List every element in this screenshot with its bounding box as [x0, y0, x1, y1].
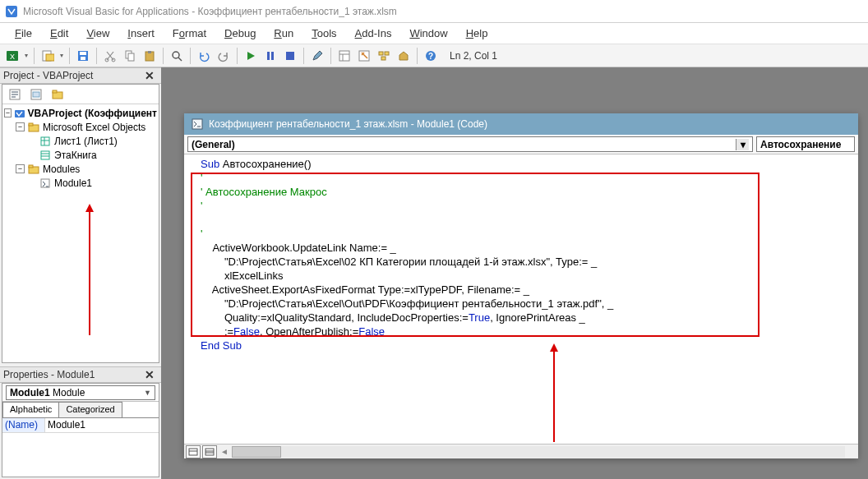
worksheet-icon [39, 135, 52, 148]
svg-rect-17 [271, 52, 274, 60]
view-excel-button[interactable]: X [3, 47, 21, 65]
menu-file[interactable]: File [7, 25, 40, 42]
redo-button[interactable] [215, 47, 233, 65]
property-row[interactable]: (Name) Module1 [2, 418, 159, 433]
save-button[interactable] [74, 47, 92, 65]
run-button[interactable] [242, 47, 260, 65]
procedure-dropdown[interactable]: Автосохранение [756, 136, 855, 152]
svg-rect-36 [15, 110, 25, 117]
folder-icon [27, 163, 40, 176]
object-dropdown-value: (General) [192, 139, 235, 150]
toggle-folders-button[interactable] [48, 86, 67, 103]
copy-button[interactable] [121, 47, 139, 65]
code-window-title: Коэффициент рентабельности_1 этаж.xlsm -… [209, 118, 487, 130]
tree-project-root[interactable]: − VBAProject (Коэффициент [4, 106, 157, 120]
tree-label: Module1 [54, 177, 92, 189]
project-tree[interactable]: − VBAProject (Коэффициент − Microsoft Ex… [2, 104, 159, 362]
dropdown-arrow-icon[interactable]: ▾ [58, 52, 65, 59]
horizontal-scrollbar[interactable] [232, 446, 845, 458]
project-explorer-button[interactable] [335, 47, 353, 65]
property-value[interactable]: Module1 [45, 418, 159, 432]
tree-label: Microsoft Excel Objects [43, 122, 145, 133]
svg-rect-49 [192, 119, 202, 129]
svg-rect-25 [381, 57, 386, 60]
annotation-arrow [546, 339, 562, 444]
properties-window: Module1 Module ▼ Alphabetic Categorized … [2, 383, 159, 477]
paste-button[interactable] [141, 47, 159, 65]
design-mode-button[interactable] [308, 47, 326, 65]
cursor-position: Ln 2, Col 1 [450, 50, 497, 62]
menu-debug[interactable]: Debug [216, 25, 264, 42]
properties-pane-close[interactable]: ✕ [141, 368, 158, 381]
svg-rect-24 [385, 52, 389, 55]
menu-insert[interactable]: Insert [119, 25, 163, 42]
full-module-view-button[interactable] [202, 445, 217, 458]
toolbox-button[interactable] [395, 47, 413, 65]
mdi-area: Коэффициент рентабельности_1 этаж.xlsm -… [161, 67, 868, 479]
properties-object-select[interactable]: Module1 Module ▼ [6, 385, 155, 400]
tree-label: ЭтаКнига [54, 150, 97, 161]
expand-icon[interactable]: − [4, 108, 12, 117]
dropdown-arrow-icon[interactable]: ▾ [23, 52, 30, 59]
help-button[interactable]: ? [422, 47, 440, 65]
code-editor[interactable]: Sub Автосохранение() ' ' Автосохранение … [184, 154, 858, 357]
menu-addins[interactable]: Add-Ins [347, 25, 400, 42]
menu-view[interactable]: View [78, 25, 118, 42]
menu-window[interactable]: Window [401, 25, 455, 42]
code-window-footer: ◄ [184, 444, 858, 458]
menu-run[interactable]: Run [265, 25, 302, 42]
menu-edit[interactable]: Edit [42, 25, 76, 42]
break-button[interactable] [261, 47, 279, 65]
workbook-icon [39, 149, 52, 162]
tree-thisworkbook[interactable]: ЭтаКнига [4, 148, 157, 162]
properties-button[interactable] [355, 47, 373, 65]
view-code-button[interactable] [6, 86, 24, 103]
properties-pane-header: Properties - Module1 ✕ [0, 366, 161, 383]
code-window-titlebar[interactable]: Коэффициент рентабельности_1 этаж.xlsm -… [184, 113, 858, 135]
svg-rect-33 [33, 92, 39, 97]
object-dropdown[interactable]: (General) ▾ [187, 136, 753, 152]
menu-tools[interactable]: Tools [303, 25, 344, 42]
project-icon [14, 107, 25, 120]
svg-line-15 [178, 58, 182, 61]
menu-bar: File Edit View Insert Format Debug Run T… [0, 23, 868, 44]
svg-rect-53 [205, 449, 214, 455]
svg-text:?: ? [428, 52, 433, 61]
svg-rect-7 [81, 57, 85, 60]
menu-format[interactable]: Format [164, 25, 215, 42]
cut-button[interactable] [101, 47, 119, 65]
find-button[interactable] [168, 47, 186, 65]
property-name: (Name) [2, 418, 45, 432]
object-browser-button[interactable] [375, 47, 393, 65]
svg-rect-38 [29, 123, 33, 126]
tree-sheet1[interactable]: Лист1 (Лист1) [4, 134, 157, 148]
properties-pane-title: Properties - Module1 [3, 369, 95, 380]
tab-categorized[interactable]: Categorized [58, 402, 122, 417]
tree-objects-folder[interactable]: − Microsoft Excel Objects [4, 120, 157, 134]
svg-rect-16 [267, 52, 270, 60]
procedure-view-button[interactable] [186, 445, 201, 458]
view-object-button[interactable] [27, 86, 45, 103]
code-window: Коэффициент рентабельности_1 этаж.xlsm -… [184, 113, 858, 458]
undo-button[interactable] [195, 47, 213, 65]
reset-button[interactable] [281, 47, 299, 65]
window-titlebar: Microsoft Visual Basic for Applications … [0, 0, 868, 23]
tree-module1[interactable]: Module1 [4, 176, 157, 190]
svg-rect-42 [41, 151, 49, 159]
project-pane-close[interactable]: ✕ [141, 69, 158, 82]
tree-modules-folder[interactable]: − Modules [4, 162, 157, 176]
tab-alphabetic[interactable]: Alphabetic [2, 402, 59, 417]
properties-grid[interactable]: (Name) Module1 [2, 418, 159, 477]
expand-icon[interactable]: − [16, 164, 25, 173]
project-explorer: − VBAProject (Коэффициент − Microsoft Ex… [2, 84, 159, 363]
menu-help[interactable]: Help [458, 25, 496, 42]
svg-point-14 [173, 52, 179, 58]
expand-icon[interactable]: − [16, 122, 25, 131]
tree-label: VBAProject (Коэффициент [28, 108, 157, 119]
insert-module-button[interactable] [39, 47, 57, 65]
window-title: Microsoft Visual Basic for Applications … [23, 6, 397, 17]
svg-rect-4 [46, 54, 54, 61]
annotation-arrow [81, 200, 98, 339]
procedure-dropdown-value: Автосохранение [760, 139, 841, 150]
folder-icon [27, 121, 40, 134]
